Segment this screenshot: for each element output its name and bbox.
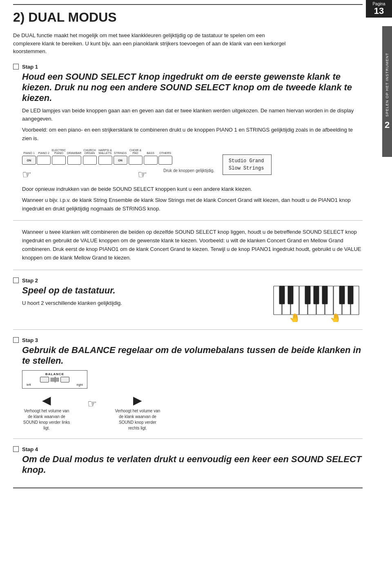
step2-checkbox [13, 277, 19, 283]
step1-body: De LED lampjes van beide knoppen gaan aa… [22, 107, 363, 143]
btn-label-2: ELECTRIC PIANO [51, 149, 66, 155]
step2-body-text: U hoort 2 verschillende klanken gelijkti… [22, 299, 265, 308]
btn-group-1: PIANO 2 [37, 152, 51, 165]
step1-body1: De LED lampjes van beide knoppen gaan aa… [22, 107, 363, 124]
btn-on-6: ON [118, 159, 122, 162]
step3-heading: Gebruik de BALANCE regelaar om de volume… [22, 345, 363, 366]
btn-key-7[interactable] [129, 156, 143, 165]
step2-body: U hoort 2 verschillende klanken gelijkti… [22, 299, 265, 308]
page-header: Pagina 13 [366, 0, 392, 18]
btn-key-6[interactable]: ON [114, 156, 127, 165]
btn-group-2: ELECTRIC PIANO [51, 149, 66, 165]
btn-group-3: DRAWBAR [67, 152, 82, 165]
arrow-left-icon: ◀ [42, 394, 51, 407]
piano-svg: 🤚 🤚 [273, 285, 363, 322]
step2-label: Stap 2 [22, 277, 38, 284]
step4-checkbox-row: Stap 4 [13, 446, 363, 452]
btn-label-6: STRINGS [114, 152, 127, 155]
btn-key-8[interactable] [144, 156, 158, 165]
btn-group-4: CHURCH ORGAN [82, 149, 97, 165]
svg-rect-12 [305, 286, 310, 304]
section-rule-2 [13, 270, 363, 270]
step1-checkbox-row: Stap 1 [13, 64, 363, 70]
balance-btn-right[interactable] [60, 377, 69, 382]
sidebar-right: SPELEN OP HET INSTRUMENT 2 [382, 26, 392, 157]
svg-text:🤚: 🤚 [289, 313, 301, 322]
main-content: 2) DUAL MODUS De DUAL functie maakt het … [0, 0, 392, 505]
step2-heading-text: Speel op de tastatuur. [22, 285, 116, 295]
svg-rect-14 [322, 286, 327, 304]
step1-body5: Wanneer u twee klanken wilt combineren d… [22, 228, 363, 262]
arrow-left-text: Verhoogt het volume van de klank waarvan… [22, 408, 71, 431]
display-line1: Studio Grand [229, 157, 265, 165]
section-rule-1 [13, 220, 363, 221]
hand-balance-icon: ☞ [87, 398, 97, 410]
step4-heading-text: Om de Dual modus te verlaten drukt u een… [22, 454, 361, 475]
step1-checkbox [13, 64, 19, 69]
btn-label-4: CHURCH ORGAN [82, 149, 97, 155]
svg-rect-11 [288, 286, 293, 304]
balance-btn-left[interactable] [40, 377, 49, 382]
balance-control: BALANCE [22, 370, 87, 389]
hand-right-group: ☞ [138, 168, 147, 181]
section-rule-4 [13, 438, 363, 439]
step1-body3: Door opnieuw indrukken van de beide SOUN… [22, 185, 363, 194]
balance-left-label: left [27, 383, 31, 387]
hand-right-icon: ☞ [138, 168, 147, 181]
btn-label-1: PIANO 2 [38, 152, 49, 155]
bottom-rule [13, 488, 363, 488]
step2-heading: Speel op de tastatuur. [22, 285, 265, 296]
page-title: 2) DUAL MODUS [13, 10, 363, 25]
druk-label-group: Druk de knoppen gelijktijdig. [163, 168, 214, 173]
svg-rect-16 [348, 286, 353, 304]
btn-group-8: BASS [144, 152, 158, 165]
arrow-right-icon: ▶ [133, 394, 142, 407]
arrow-right-text: Verhoogt het volume van de klank waarvan… [113, 408, 162, 431]
step3-label: Stap 3 [22, 337, 38, 343]
btn-key-2[interactable] [52, 156, 66, 165]
step1-body2: Voorbeeld: om een piano- en een strijker… [22, 126, 363, 143]
display-line2: Slow Strings [229, 165, 265, 172]
step3-checkbox-row: Stap 3 [13, 337, 363, 343]
step1-body4: Wanneer u bijv. i.p.v. de klank String E… [22, 196, 363, 213]
btn-key-5[interactable] [98, 156, 112, 165]
btn-label-9: OTHERS [159, 152, 171, 155]
stap2-layout: Speel op de tastatuur. U hoort 2 verschi… [22, 285, 363, 322]
svg-rect-15 [339, 286, 345, 304]
step1-label: Stap 1 [22, 64, 38, 70]
intro-line3: koorstemmen. [13, 48, 47, 54]
step1-heading-text: Houd een SOUND SELECT knop ingedrukt om … [22, 72, 352, 103]
step4-container: Stap 4 Om de Dual modus te verlaten druk… [13, 446, 363, 475]
hand-row: ☞ ☞ Druk de knoppen gelijktijdig. [22, 168, 214, 181]
step1-body-after: Door opnieuw indrukken van de beide SOUN… [22, 185, 363, 213]
btn-on-0: ON [27, 159, 31, 162]
keyboard-image: 🤚 🤚 [273, 285, 363, 322]
balance-area: BALANCE [22, 370, 363, 431]
step1-body5-container: Wanneer u twee klanken wilt combineren d… [22, 228, 363, 262]
btn-key-9[interactable] [158, 156, 172, 165]
btn-key-0[interactable]: ON [22, 156, 36, 165]
hand-left-icon: ☞ [22, 168, 31, 181]
btn-key-3[interactable] [67, 156, 81, 165]
intro-text: De DUAL functie maakt het mogelijk om me… [13, 31, 363, 56]
btn-key-4[interactable] [83, 156, 97, 165]
btn-label-7: CHOIR & PAD [128, 149, 143, 155]
intro-line1: De DUAL functie maakt het mogelijk om me… [13, 32, 265, 38]
display-box: Studio Grand Slow Strings [223, 154, 272, 175]
step1-container: Stap 1 Houd een SOUND SELECT knop ingedr… [13, 64, 363, 262]
arrow-right-group: ▶ Verhoogt het volume van de klank waarv… [113, 394, 162, 431]
btn-group-6: STRINGSON [114, 152, 127, 165]
button-strip: PIANO 1ONPIANO 2ELECTRIC PIANODRAWBARCHU… [22, 149, 214, 181]
balance-arrows-row: ◀ Verhoogt het volume van de klank waarv… [22, 394, 162, 431]
btn-label-3: DRAWBAR [67, 152, 82, 155]
btn-group-9: OTHERS [158, 152, 172, 165]
step2-checkbox-row: Stap 2 [13, 277, 363, 284]
svg-rect-10 [279, 286, 285, 304]
btn-group-7: CHOIR & PAD [128, 149, 143, 165]
step3-heading-text: Gebruik de BALANCE regelaar om de volume… [22, 345, 361, 366]
balance-label: BALANCE [45, 372, 64, 376]
step3-container: Stap 3 Gebruik de BALANCE regelaar om de… [13, 337, 363, 431]
btn-key-1[interactable] [37, 156, 51, 165]
keyboard-diagram: PIANO 1ONPIANO 2ELECTRIC PIANODRAWBARCHU… [22, 149, 363, 181]
balance-slider-row [40, 377, 69, 382]
